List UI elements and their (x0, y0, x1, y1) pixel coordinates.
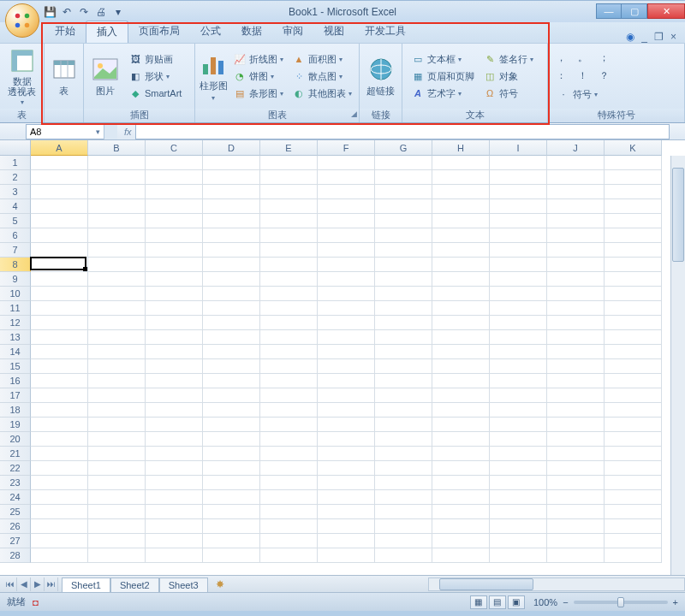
cell[interactable] (605, 301, 662, 316)
macro-record-icon[interactable]: ◘ (33, 597, 39, 607)
cell[interactable] (203, 418, 260, 432)
row-header-13[interactable]: 13 (0, 330, 31, 345)
cell[interactable] (88, 316, 146, 330)
cell[interactable] (260, 170, 318, 185)
cell[interactable] (318, 199, 375, 214)
cell[interactable] (432, 374, 490, 388)
cell[interactable] (318, 447, 375, 461)
cell[interactable] (260, 418, 318, 432)
cell[interactable] (490, 156, 547, 170)
cell[interactable] (375, 476, 432, 490)
cell[interactable] (203, 447, 260, 461)
signature-line-button[interactable]: ✎签名行▾ (481, 51, 535, 67)
cell[interactable] (318, 476, 375, 490)
sheet-nav-next-icon[interactable]: ▶ (31, 578, 45, 591)
fx-icon[interactable]: fx (124, 127, 132, 137)
row-header-1[interactable]: 1 (0, 156, 31, 170)
cell[interactable] (432, 476, 490, 490)
cell[interactable] (375, 243, 432, 258)
cell[interactable] (31, 519, 88, 534)
row-header-2[interactable]: 2 (0, 170, 31, 185)
cell[interactable] (547, 534, 605, 548)
col-header-K[interactable]: K (605, 140, 662, 156)
cell[interactable] (203, 519, 260, 534)
cell[interactable] (432, 432, 490, 447)
cell[interactable] (203, 199, 260, 214)
cell[interactable] (318, 243, 375, 258)
new-sheet-button[interactable]: ✸ (211, 578, 229, 591)
cell[interactable] (318, 359, 375, 374)
cell[interactable] (88, 301, 146, 316)
cell[interactable] (375, 228, 432, 243)
cell[interactable] (146, 461, 203, 476)
cell[interactable] (88, 345, 146, 359)
mdi-restore-icon[interactable]: ❐ (654, 31, 664, 43)
cell[interactable] (146, 316, 203, 330)
cell[interactable] (318, 418, 375, 432)
sheet-tab-Sheet3[interactable]: Sheet3 (159, 578, 208, 592)
cell[interactable] (547, 185, 605, 199)
cell[interactable] (432, 461, 490, 476)
cell[interactable] (605, 447, 662, 461)
cell[interactable] (318, 534, 375, 548)
cell[interactable] (490, 258, 547, 272)
office-button[interactable] (5, 3, 39, 38)
row-header-18[interactable]: 18 (0, 403, 31, 418)
cell[interactable] (432, 199, 490, 214)
cell[interactable] (146, 534, 203, 548)
cell[interactable] (432, 243, 490, 258)
cell[interactable] (88, 403, 146, 418)
object-button[interactable]: ◫对象 (481, 68, 535, 84)
cell[interactable] (432, 418, 490, 432)
row-header-8[interactable]: 8 (0, 258, 31, 272)
cell[interactable] (31, 243, 88, 258)
cells-area[interactable] (31, 156, 662, 563)
cell[interactable] (490, 359, 547, 374)
cell[interactable] (260, 258, 318, 272)
cell[interactable] (432, 228, 490, 243)
row-header-27[interactable]: 27 (0, 534, 31, 548)
cn-semicolon-button[interactable]: ； (598, 50, 611, 65)
cell[interactable] (547, 301, 605, 316)
row-header-25[interactable]: 25 (0, 505, 31, 519)
row-header-26[interactable]: 26 (0, 519, 31, 534)
cell[interactable] (547, 345, 605, 359)
window-minimize-button[interactable]: — (596, 3, 622, 19)
cell[interactable] (260, 301, 318, 316)
name-box[interactable]: A8▾ (26, 124, 104, 139)
cell[interactable] (432, 548, 490, 563)
row-header-15[interactable]: 15 (0, 359, 31, 374)
cell[interactable] (260, 374, 318, 388)
cell[interactable] (88, 519, 146, 534)
cell[interactable] (31, 214, 88, 228)
cell[interactable] (31, 461, 88, 476)
cell[interactable] (547, 374, 605, 388)
cell[interactable] (146, 548, 203, 563)
row-header-3[interactable]: 3 (0, 185, 31, 199)
sheet-nav-prev-icon[interactable]: ◀ (17, 578, 31, 591)
bar-chart-button[interactable]: ▤条形图▾ (231, 86, 285, 101)
cell[interactable] (605, 519, 662, 534)
cell[interactable] (203, 388, 260, 403)
cell[interactable] (490, 316, 547, 330)
table-button[interactable]: 表 (48, 45, 80, 107)
cell[interactable] (605, 330, 662, 345)
cell[interactable] (31, 403, 88, 418)
cell[interactable] (490, 301, 547, 316)
cell[interactable] (375, 185, 432, 199)
cell[interactable] (146, 301, 203, 316)
cell[interactable] (318, 272, 375, 287)
cell[interactable] (318, 214, 375, 228)
cell[interactable] (318, 228, 375, 243)
cn-comma-button[interactable]: ， (555, 50, 568, 65)
cell[interactable] (203, 287, 260, 301)
cell[interactable] (203, 374, 260, 388)
cell[interactable] (490, 185, 547, 199)
help-icon[interactable]: ◉ (626, 31, 634, 43)
cell[interactable] (318, 301, 375, 316)
sheet-nav-first-icon[interactable]: ⏮ (3, 578, 17, 591)
cell[interactable] (88, 461, 146, 476)
cell[interactable] (88, 199, 146, 214)
row-header-28[interactable]: 28 (0, 548, 31, 563)
cell[interactable] (605, 476, 662, 490)
